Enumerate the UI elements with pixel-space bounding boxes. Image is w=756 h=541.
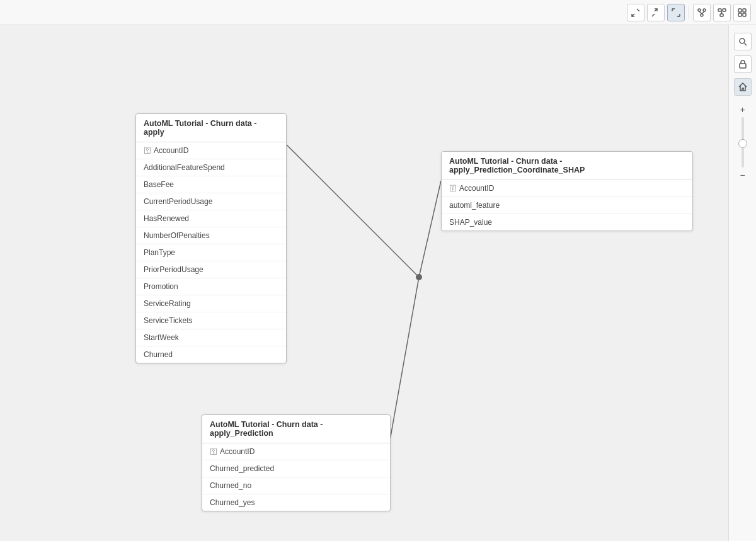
node-view-button[interactable]	[693, 4, 711, 21]
svg-rect-19	[738, 13, 742, 16]
key-icon-3: ⚿	[210, 447, 217, 456]
grid-view-button[interactable]	[733, 4, 751, 21]
svg-rect-14	[723, 9, 726, 11]
toolbar	[0, 0, 756, 25]
svg-rect-15	[720, 14, 723, 16]
field-servicetickets: ServiceTickets	[136, 312, 286, 329]
node-apply[interactable]: AutoML Tutorial - Churn data - apply ⚿ A…	[135, 113, 287, 363]
svg-point-10	[701, 14, 703, 16]
key-icon-2: ⚿	[449, 184, 457, 193]
zoom-in-button[interactable]: +	[736, 103, 749, 116]
svg-line-24	[287, 145, 419, 277]
svg-line-1	[637, 9, 639, 11]
tree-view-button[interactable]	[713, 4, 731, 21]
field-currentperiodusage: CurrentPeriodUsage	[136, 193, 286, 210]
node-prediction[interactable]: AutoML Tutorial - Churn data - apply_Pre…	[202, 414, 391, 511]
node-apply-title: AutoML Tutorial - Churn data - apply	[136, 114, 286, 142]
node-shap-title: AutoML Tutorial - Churn data - apply_Pre…	[442, 152, 692, 180]
field-automl-feature: automl_feature	[442, 197, 692, 214]
field-churned-yes: Churned_yes	[202, 494, 390, 511]
field-promotion: Promotion	[136, 278, 286, 295]
field-startweek: StartWeek	[136, 329, 286, 346]
svg-line-22	[744, 43, 747, 46]
home-sidebar-button[interactable]	[734, 78, 752, 96]
svg-line-11	[699, 11, 702, 14]
field-churned: Churned	[136, 346, 286, 363]
field-additionalfeaturespend: AdditionalFeatureSpend	[136, 159, 286, 176]
svg-point-27	[416, 274, 422, 280]
field-numberofpenalties: NumberOfPenalties	[136, 227, 286, 244]
node-prediction-title: AutoML Tutorial - Churn data - apply_Pre…	[202, 415, 390, 443]
maximize-button[interactable]	[667, 4, 685, 21]
svg-line-3	[652, 14, 655, 16]
svg-rect-20	[743, 13, 746, 16]
svg-rect-23	[740, 64, 746, 68]
svg-rect-17	[738, 9, 742, 12]
field-churned-no: Churned_no	[202, 477, 390, 494]
field-accountid-3: ⚿ AccountID	[202, 443, 390, 460]
field-hasrenewed: HasRenewed	[136, 210, 286, 227]
toolbar-divider	[689, 6, 689, 19]
field-plantype: PlanType	[136, 244, 286, 261]
field-accountid-1: ⚿ AccountID	[136, 142, 286, 159]
svg-point-9	[703, 9, 706, 11]
field-churned-predicted: Churned_predicted	[202, 460, 390, 477]
svg-line-26	[389, 277, 419, 447]
right-sidebar: + −	[728, 25, 756, 541]
field-servicerating: ServiceRating	[136, 295, 286, 312]
svg-point-8	[698, 9, 701, 11]
svg-line-25	[419, 181, 441, 277]
field-shap-value: SHAP_value	[442, 214, 692, 231]
field-basefee: BaseFee	[136, 176, 286, 193]
zoom-track[interactable]	[742, 117, 744, 168]
zoom-slider[interactable]: + −	[736, 103, 749, 181]
key-icon-1: ⚿	[144, 146, 151, 155]
minimize2-button[interactable]	[647, 4, 665, 21]
svg-rect-18	[743, 9, 746, 12]
field-accountid-2: ⚿ AccountID	[442, 180, 692, 197]
svg-rect-13	[718, 9, 721, 11]
canvas[interactable]: AutoML Tutorial - Churn data - apply ⚿ A…	[0, 25, 728, 541]
search-sidebar-button[interactable]	[734, 33, 752, 50]
svg-point-21	[740, 38, 745, 43]
svg-line-12	[702, 11, 704, 14]
lock-sidebar-button[interactable]	[734, 55, 752, 73]
field-priorperiodusage: PriorPeriodUsage	[136, 261, 286, 278]
node-shap[interactable]: AutoML Tutorial - Churn data - apply_Pre…	[441, 151, 693, 231]
zoom-out-button[interactable]: −	[736, 169, 749, 181]
zoom-thumb[interactable]	[738, 139, 747, 148]
minimize1-button[interactable]	[627, 4, 644, 21]
